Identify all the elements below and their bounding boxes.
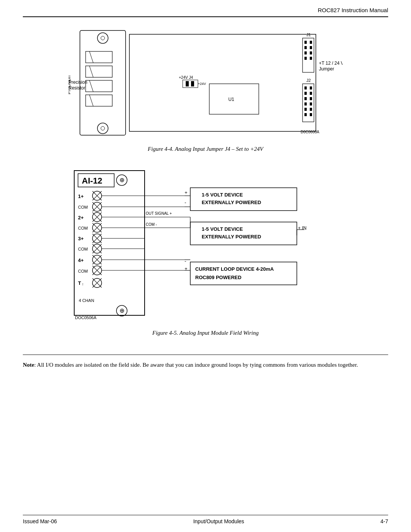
footer-right: 4-7 [381, 518, 388, 524]
footer-left: Issued Mar-06 [23, 518, 57, 524]
figure-44-svg: Precision Precision Resistor J1 [68, 25, 342, 143]
header-title: ROC827 Instruction Manual [318, 7, 388, 13]
svg-text:U1: U1 [228, 97, 234, 102]
svg-text:-: - [185, 200, 186, 205]
svg-text:COM: COM [78, 269, 88, 273]
svg-text:+ IN: + IN [298, 225, 306, 231]
svg-text:+24V: +24V [198, 82, 206, 86]
svg-text:1+: 1+ [78, 193, 84, 199]
page-footer: Issued Mar-06 Input/Output Modules 4-7 [23, 515, 388, 524]
svg-point-4 [101, 126, 105, 130]
svg-text:Precision: Precision [68, 75, 72, 94]
svg-text:EXTERNALLY POWERED: EXTERNALLY POWERED [202, 200, 261, 205]
svg-rect-19 [310, 41, 312, 44]
svg-point-3 [97, 123, 108, 134]
svg-text:ROC809 POWERED: ROC809 POWERED [195, 275, 241, 280]
svg-rect-25 [310, 57, 312, 60]
svg-rect-113 [190, 222, 297, 245]
svg-text:-: - [185, 258, 186, 264]
svg-rect-29 [310, 86, 312, 89]
svg-rect-18 [304, 41, 307, 44]
page-header: ROC827 Instruction Manual [23, 0, 388, 17]
svg-line-10 [89, 66, 93, 77]
svg-text:Precision: Precision [68, 80, 87, 85]
svg-rect-124 [190, 262, 297, 285]
svg-text:Jumper: Jumper [319, 66, 334, 72]
svg-text:+: + [185, 190, 188, 195]
svg-rect-6 [86, 66, 112, 77]
svg-text:1-5 VOLT DEVICE: 1-5 VOLT DEVICE [202, 192, 243, 198]
svg-rect-35 [310, 102, 312, 105]
figure-45-container: AI-12 ⊕ ⊕ 1+ COM [23, 167, 388, 345]
svg-line-9 [89, 51, 93, 63]
svg-text:CURRENT LOOP DEVICE 4-20mA: CURRENT LOOP DEVICE 4-20mA [195, 266, 274, 272]
svg-rect-20 [304, 46, 307, 49]
svg-text:COM: COM [78, 226, 88, 230]
svg-rect-22 [304, 51, 307, 54]
note-section: Note: All I/O modules are isolated on th… [23, 355, 388, 369]
svg-rect-104 [190, 188, 297, 211]
figure-45-svg: AI-12 ⊕ ⊕ 1+ COM [63, 167, 348, 325]
svg-rect-34 [304, 102, 307, 105]
svg-text:3+: 3+ [78, 236, 84, 241]
svg-text:⊕: ⊕ [119, 307, 124, 314]
svg-text:EXTERNALLY POWERED: EXTERNALLY POWERED [202, 234, 261, 240]
svg-rect-17 [303, 38, 314, 72]
svg-text:↑: ↑ [82, 282, 84, 286]
svg-text:2+: 2+ [78, 215, 84, 220]
svg-text:COM: COM [78, 247, 88, 251]
figure-44-container: Precision Precision Resistor J1 [23, 25, 388, 160]
svg-rect-42 [186, 81, 189, 86]
svg-rect-43 [191, 81, 194, 86]
note-bold: Note [23, 362, 34, 368]
svg-rect-31 [310, 92, 312, 95]
footer-center: Input/Output Modules [193, 518, 244, 524]
figure-44-caption: Figure 4-4. Analog Input Jumper J4 – Set… [148, 146, 263, 152]
svg-text:J2: J2 [306, 78, 311, 83]
svg-text:DOC0506A: DOC0506A [75, 315, 97, 320]
svg-rect-37 [310, 108, 312, 111]
svg-text:D0C0600A: D0C0600A [301, 130, 319, 134]
svg-rect-8 [86, 95, 112, 106]
page-container: ROC827 Instruction Manual [0, 0, 411, 532]
svg-text:OUT SIGNAL +: OUT SIGNAL + [146, 211, 172, 216]
svg-line-12 [89, 95, 93, 106]
figure-45-caption: Figure 4-5. Analog Input Module Field Wi… [152, 330, 259, 336]
figure-44-diagram: Precision Precision Resistor J1 [68, 25, 342, 143]
svg-text:+: + [185, 266, 188, 272]
svg-rect-23 [310, 51, 312, 54]
svg-rect-32 [304, 97, 307, 100]
svg-text:Resistor: Resistor [68, 85, 85, 91]
svg-rect-51 [74, 171, 145, 315]
svg-point-1 [97, 33, 108, 43]
svg-rect-5 [86, 51, 112, 63]
svg-text:J1: J1 [306, 32, 311, 37]
svg-text:⊕: ⊕ [119, 177, 124, 183]
svg-rect-30 [304, 92, 307, 95]
svg-rect-38 [304, 113, 307, 116]
svg-point-2 [101, 36, 105, 40]
svg-rect-28 [304, 86, 307, 89]
svg-text:1-5 VOLT DEVICE: 1-5 VOLT DEVICE [202, 226, 243, 232]
svg-rect-24 [304, 57, 307, 60]
svg-text:4 CHAN: 4 CHAN [79, 298, 94, 303]
svg-text:T: T [78, 280, 81, 286]
svg-rect-33 [310, 97, 312, 100]
svg-rect-36 [304, 108, 307, 111]
svg-rect-27 [303, 84, 314, 122]
svg-text:COM -: COM - [146, 222, 157, 227]
svg-rect-16 [129, 34, 316, 131]
svg-line-11 [89, 80, 93, 92]
svg-rect-7 [86, 80, 112, 92]
note-text: : All I/O modules are isolated on the fi… [34, 362, 358, 368]
svg-text:COM: COM [78, 205, 88, 209]
svg-rect-41 [183, 80, 198, 88]
svg-text:+T 12 / 24 V dc: +T 12 / 24 V dc [319, 61, 342, 66]
svg-rect-39 [310, 113, 312, 116]
figure-45-diagram: AI-12 ⊕ ⊕ 1+ COM [63, 167, 348, 327]
svg-rect-21 [310, 46, 312, 49]
svg-text:AI-12: AI-12 [82, 176, 102, 185]
svg-text:4+: 4+ [78, 257, 84, 263]
svg-text:+24V J4: +24V J4 [179, 75, 193, 80]
